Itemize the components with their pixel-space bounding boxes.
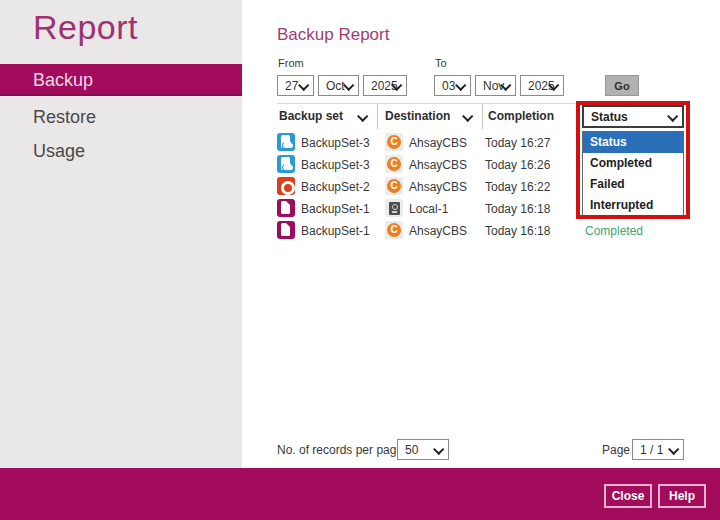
records-per-page-select[interactable]: 50 <box>397 439 449 460</box>
completion-time: Today 16:27 <box>485 136 550 150</box>
sidebar-item-label: Restore <box>33 107 96 127</box>
status-filter-select[interactable]: Status <box>582 105 684 128</box>
records-per-page-value: 50 <box>405 443 418 457</box>
chevron-down-icon <box>433 443 444 454</box>
backup-set-name: BackupSet-1 <box>301 224 370 238</box>
status-filter-value: Status <box>591 110 628 124</box>
status-filter-dropdown: Status Completed Failed Interrupted <box>582 131 684 217</box>
from-day-select[interactable]: 27 <box>277 75 314 96</box>
footer-bar: Close Help <box>0 468 720 520</box>
chevron-down-icon <box>667 110 678 121</box>
completion-time: Today 16:18 <box>485 202 550 216</box>
sidebar: Report Backup Restore Usage <box>0 0 242 468</box>
backup-set-name: BackupSet-3 <box>301 136 370 150</box>
to-day-select[interactable]: 03 <box>434 75 471 96</box>
table-top-divider <box>277 103 577 104</box>
backup-set-name: BackupSet-3 <box>301 158 370 172</box>
office365-backupset-icon <box>277 177 295 195</box>
to-label: To <box>435 57 447 69</box>
to-day-value: 03 <box>442 79 455 93</box>
destination-name: AhsayCBS <box>409 180 467 194</box>
table-row[interactable]: BackupSet-1 C AhsayCBS Today 16:18 Compl… <box>277 220 697 242</box>
sidebar-item-restore[interactable]: Restore <box>0 101 242 133</box>
completion-time: Today 16:26 <box>485 158 550 172</box>
sidebar-item-usage[interactable]: Usage <box>0 135 242 167</box>
destination-name: AhsayCBS <box>409 158 467 172</box>
from-day-value: 27 <box>285 79 298 93</box>
status-option-status[interactable]: Status <box>583 132 683 153</box>
from-month-select[interactable]: Oct <box>318 75 359 96</box>
sidebar-item-label: Backup <box>33 70 93 90</box>
status-option-failed[interactable]: Failed <box>583 174 683 195</box>
page-select[interactable]: 1 / 1 <box>632 439 684 460</box>
completion-time: Today 16:18 <box>485 224 550 238</box>
destination-filter-chevron-icon[interactable] <box>462 111 473 122</box>
cloud-file-backupset-icon <box>277 155 295 173</box>
file-backupset-icon <box>277 221 295 239</box>
status-option-completed[interactable]: Completed <box>583 153 683 174</box>
help-button[interactable]: Help <box>658 484 706 508</box>
destination-name: AhsayCBS <box>409 224 467 238</box>
from-year-select[interactable]: 2025 <box>363 75 407 96</box>
from-month-value: Oct <box>326 79 345 93</box>
page-label: Page <box>602 443 630 457</box>
status-completed-label: Completed <box>585 224 643 238</box>
ahsaycbs-icon: C <box>385 177 403 195</box>
local-drive-icon <box>385 199 403 217</box>
backup-set-name: BackupSet-1 <box>301 202 370 216</box>
chevron-down-icon <box>668 443 679 454</box>
section-heading: Backup Report <box>277 25 389 45</box>
ahsaycbs-icon: C <box>385 155 403 173</box>
close-button[interactable]: Close <box>604 484 652 508</box>
file-backupset-icon <box>277 199 295 217</box>
column-divider <box>482 103 483 129</box>
records-per-page-label: No. of records per page <box>277 443 403 457</box>
column-header-completion: Completion <box>488 109 554 123</box>
backup-set-filter-chevron-icon[interactable] <box>357 111 368 122</box>
column-divider <box>377 103 378 129</box>
chevron-down-icon <box>298 79 309 90</box>
column-header-destination[interactable]: Destination <box>385 109 450 123</box>
go-button[interactable]: Go <box>605 75 639 96</box>
sidebar-item-backup[interactable]: Backup <box>0 64 242 96</box>
sidebar-item-label: Usage <box>33 141 85 161</box>
chevron-down-icon <box>455 79 466 90</box>
page-title: Report <box>33 8 138 47</box>
column-header-backup-set[interactable]: Backup set <box>279 109 343 123</box>
completion-time: Today 16:22 <box>485 180 550 194</box>
ahsaycbs-icon: C <box>385 133 403 151</box>
ahsaycbs-icon: C <box>385 221 403 239</box>
to-month-select[interactable]: Nov <box>475 75 516 96</box>
to-year-select[interactable]: 2025 <box>520 75 564 96</box>
from-label: From <box>278 57 304 69</box>
destination-name: Local-1 <box>409 202 448 216</box>
cloud-file-backupset-icon <box>277 133 295 151</box>
page-value: 1 / 1 <box>640 443 663 457</box>
backup-set-name: BackupSet-2 <box>301 180 370 194</box>
destination-name: AhsayCBS <box>409 136 467 150</box>
status-option-interrupted[interactable]: Interrupted <box>583 195 683 216</box>
